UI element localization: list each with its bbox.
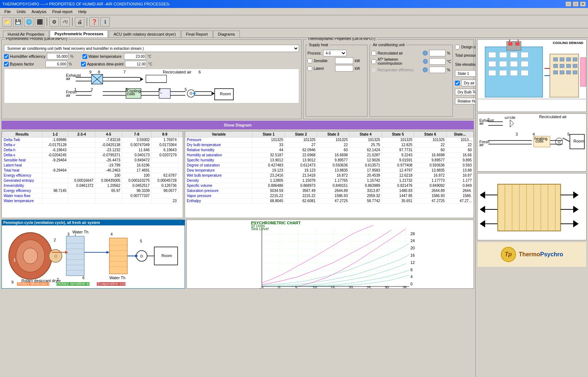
- water-temp-unit: °C: [147, 55, 154, 59]
- show-diagram-button[interactable]: Show Diagram: [1, 121, 474, 129]
- svg-text:coils: coils: [127, 92, 135, 96]
- bottom-diagram-box: Pennington cycle (ventilation cycle), al…: [1, 220, 185, 289]
- heat-exchanger-svg: [478, 173, 586, 240]
- water-temp-value[interactable]: [124, 53, 146, 60]
- dew-point-label: Apparatus dew-point: [87, 62, 124, 66]
- results-area: Results 1-2 2-3-4 4-5 7-8 8-9 Delta-Twb-…: [1, 131, 474, 218]
- toolbar-settings-btn[interactable]: ⚙: [49, 17, 59, 27]
- svg-text:Rotary desiccant dryer: Rotary desiccant dryer: [18, 281, 57, 286]
- states-scroll[interactable]: Variable State 1 State 2 State 3 State 4…: [185, 131, 474, 218]
- process-dropdown[interactable]: Summer air conditioning unit (with heat …: [4, 45, 299, 52]
- maximize-button[interactable]: □: [573, 1, 579, 7]
- table-row: Sensible heat-9.29464-26.44730.849472: [2, 158, 183, 163]
- toolbar-stop-btn[interactable]: ⬛: [35, 17, 44, 27]
- svg-text:⊙: ⊙: [54, 254, 57, 258]
- svg-rect-152: [510, 70, 517, 76]
- dew-point-check[interactable]: [81, 62, 86, 67]
- latent-value[interactable]: [335, 65, 353, 72]
- toolbar-equations-btn[interactable]: √T∫: [60, 17, 70, 27]
- process-diagram-svg: Exhaust air Fresh air 9 8 7 Recirculated…: [4, 69, 299, 103]
- recup-value[interactable]: [429, 67, 446, 73]
- svg-rect-164: [560, 71, 564, 74]
- table-row: Latent heat-19.79916.6196: [2, 163, 183, 168]
- menu-help[interactable]: Help: [75, 9, 89, 15]
- toolbar-info-btn[interactable]: ℹ: [100, 17, 110, 27]
- svg-text:0: 0: [410, 282, 412, 286]
- tab-diagrams[interactable]: Diagrams: [213, 31, 240, 37]
- menu-final-report[interactable]: Final report: [49, 9, 76, 15]
- col-variable: Variable: [185, 132, 253, 137]
- recirc-value[interactable]: [429, 50, 446, 56]
- design-row: Design of air conditioning systems: [455, 45, 475, 49]
- table-row: Generated entropy0.000166470.004350050.0…: [2, 178, 183, 183]
- humidifier-check-label[interactable]: Humidifier efficiency: [4, 54, 45, 59]
- svg-text:5: 5: [140, 239, 142, 243]
- bottom-diagram-header: Pennington cycle (ventilation cycle), al…: [2, 220, 185, 225]
- dew-point-check-label[interactable]: Apparatus dew-point: [81, 62, 124, 67]
- recup-check[interactable]: [371, 68, 376, 72]
- col-7-8: 7-8: [122, 132, 152, 137]
- latent-label: Latent: [314, 67, 334, 71]
- humidifier-check[interactable]: [4, 54, 9, 59]
- svg-text:35: 35: [402, 285, 407, 288]
- toolbar-open-btn[interactable]: 📁: [2, 17, 12, 27]
- menu-file[interactable]: File: [1, 9, 14, 15]
- rel-humidity-dropdown[interactable]: Relative Humidity: [455, 98, 475, 104]
- svg-rect-145: [521, 52, 528, 58]
- recirc-info[interactable]: i: [423, 51, 428, 56]
- svg-text:0: 0: [278, 285, 280, 288]
- recirc-check[interactable]: [371, 51, 376, 56]
- menu-analysis[interactable]: Analysis: [29, 9, 49, 15]
- bypass-check-label[interactable]: Bypass factor: [4, 62, 44, 67]
- window-controls: ─ □ ✕: [565, 1, 586, 7]
- close-button[interactable]: ✕: [580, 1, 586, 7]
- toolbar-print-btn[interactable]: 🖨: [75, 17, 84, 27]
- results-scroll[interactable]: Results 1-2 2-3-4 4-5 7-8 8-9 Delta-Twb-…: [2, 131, 183, 218]
- water-temp-check-label[interactable]: Water temperature: [82, 54, 122, 59]
- at-value[interactable]: [429, 58, 446, 65]
- menu-units[interactable]: Units: [14, 9, 29, 15]
- svg-text:Water Th: Water Th: [72, 230, 88, 234]
- thermo-section: Thermodynamic Properties (DATA INPUT) Su…: [303, 39, 474, 119]
- water-temp-check[interactable]: [82, 54, 87, 59]
- table-row: Water temperature23: [2, 198, 183, 204]
- at-unit: °C: [447, 60, 451, 64]
- tab-psychrometric[interactable]: Psychrometric Processes: [50, 30, 108, 37]
- process-select[interactable]: 4-5: [323, 50, 347, 56]
- dry-air-check[interactable]: [455, 81, 460, 85]
- tab-acu[interactable]: ACU (with rotatory desiccant dryer): [109, 31, 180, 37]
- svg-rect-142: [489, 52, 496, 58]
- svg-text:8: 8: [98, 70, 100, 74]
- dry-bulb-dropdown[interactable]: Dry Bulb Temperature: [455, 89, 475, 95]
- minimize-button[interactable]: ─: [565, 1, 571, 7]
- svg-text:air: air: [479, 143, 484, 147]
- at-info[interactable]: i: [423, 59, 428, 64]
- state-dropdown[interactable]: State 1 State 2 State 3: [455, 70, 475, 77]
- tab-humid-air[interactable]: Humid Air Properties: [3, 31, 49, 37]
- bypass-row: Bypass factor % Apparatus dew-point °C: [4, 61, 299, 67]
- humidifier-value[interactable]: [47, 53, 69, 60]
- toolbar-globe-btn[interactable]: 🌐: [24, 17, 33, 27]
- design-check[interactable]: [455, 45, 460, 49]
- process-label: Process:: [307, 51, 322, 55]
- pressure-label: Total pressure: [455, 53, 475, 57]
- recup-info[interactable]: i: [423, 67, 428, 72]
- results-table-right[interactable]: Variable State 1 State 2 State 3 State 4…: [185, 131, 474, 218]
- col-results: Results: [2, 132, 43, 137]
- sensible-value[interactable]: [335, 57, 353, 64]
- bypass-check[interactable]: [4, 62, 9, 67]
- humidifier-label: Humidifier efficiency: [10, 54, 45, 59]
- bypass-value[interactable]: [45, 61, 67, 67]
- latent-check[interactable]: [307, 66, 312, 71]
- toolbar-save-btn[interactable]: 💾: [13, 17, 23, 27]
- col-scroll: [178, 132, 183, 137]
- dew-point-value[interactable]: [125, 61, 147, 67]
- sensible-check[interactable]: [307, 59, 312, 63]
- tab-final-report[interactable]: Final Report: [181, 31, 213, 37]
- toolbar-help-btn[interactable]: ❓: [89, 17, 99, 27]
- tabs-bar: Humid Air Properties Psychrometric Proce…: [0, 28, 588, 38]
- dry-air-dropdown[interactable]: Dry air mass flow: [461, 80, 475, 86]
- results-table-left[interactable]: Results 1-2 2-3-4 4-5 7-8 8-9 Delta-Twb-…: [1, 131, 183, 218]
- svg-text:6: 6: [198, 70, 201, 74]
- at-check[interactable]: [371, 59, 376, 64]
